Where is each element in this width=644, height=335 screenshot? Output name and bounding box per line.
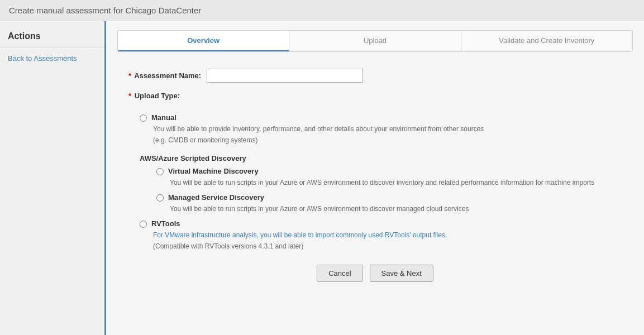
- rvtools-option-section: RVTools For VMware infrastructure analys…: [140, 219, 622, 251]
- assessment-name-row: * Assessment Name:: [128, 69, 622, 83]
- vm-discovery-label[interactable]: Virtual Machine Discovery: [168, 167, 259, 175]
- page-title: Create manual assessment for Chicago Dat…: [9, 6, 201, 15]
- sidebar: Actions Back to Assessments: [0, 21, 106, 335]
- sidebar-title: Actions: [0, 27, 104, 47]
- manual-option-row: Manual: [140, 113, 622, 122]
- managed-service-label[interactable]: Managed Service Discovery: [168, 193, 264, 202]
- scripted-section-title: AWS/Azure Scripted Discovery: [140, 154, 622, 162]
- tab-bar: Overview Upload Validate and Create Inve…: [117, 30, 633, 52]
- rvtools-desc-link-part: For VMware infrastructure analysis, you …: [153, 231, 447, 239]
- sidebar-item-back-to-assessments[interactable]: Back to Assessments: [0, 51, 104, 66]
- assessment-name-input[interactable]: [207, 69, 363, 83]
- upload-type-row: * Upload Type:: [128, 92, 622, 107]
- app-container: Create manual assessment for Chicago Dat…: [0, 0, 644, 335]
- main-content: Overview Upload Validate and Create Inve…: [106, 21, 644, 335]
- page-header: Create manual assessment for Chicago Dat…: [0, 0, 644, 21]
- managed-service-option-row: Managed Service Discovery: [156, 193, 622, 202]
- body-area: Actions Back to Assessments Overview Upl…: [0, 21, 644, 335]
- assessment-name-label: * Assessment Name:: [128, 71, 201, 80]
- radio-managed-service[interactable]: [156, 194, 164, 202]
- radio-rvtools[interactable]: [140, 221, 147, 228]
- rvtools-desc1: For VMware infrastructure analysis, you …: [153, 230, 622, 240]
- managed-service-section: Managed Service Discovery You will be ab…: [156, 193, 622, 214]
- tab-overview[interactable]: Overview: [118, 31, 289, 51]
- button-row: Cancel Save & Next: [128, 265, 622, 288]
- required-star-name: *: [128, 71, 131, 80]
- upload-type-label: * Upload Type:: [128, 92, 180, 100]
- vm-discovery-option-row: Virtual Machine Discovery: [156, 167, 622, 175]
- tab-validate-create-inventory[interactable]: Validate and Create Inventory: [461, 31, 632, 51]
- vm-discovery-section: Virtual Machine Discovery You will be ab…: [156, 167, 622, 188]
- rvtools-desc2: (Compatible with RVTools versions 4.3.1 …: [153, 241, 622, 251]
- manual-option-section: Manual You will be able to provide inven…: [140, 113, 622, 145]
- cancel-button[interactable]: Cancel: [317, 265, 362, 282]
- form-area: * Assessment Name: * Upload Type:: [117, 63, 633, 293]
- rvtools-label[interactable]: RVTools: [151, 219, 180, 228]
- manual-option-desc2: (e.g. CMDB or monitoring systems): [153, 135, 622, 145]
- required-star-upload: *: [128, 92, 131, 100]
- scripted-discovery-section: AWS/Azure Scripted Discovery Virtual Mac…: [140, 154, 622, 214]
- manual-option-label[interactable]: Manual: [151, 113, 176, 122]
- managed-service-desc: You will be able to run scripts in your …: [170, 204, 622, 214]
- vm-discovery-desc: You will be able to run scripts in your …: [170, 178, 622, 188]
- save-next-button[interactable]: Save & Next: [370, 265, 433, 282]
- radio-vm-discovery[interactable]: [156, 168, 164, 175]
- radio-manual[interactable]: [140, 114, 147, 122]
- manual-option-desc1: You will be able to provide inventory, p…: [153, 124, 622, 134]
- tab-upload[interactable]: Upload: [289, 31, 461, 51]
- rvtools-option-row: RVTools: [140, 219, 622, 228]
